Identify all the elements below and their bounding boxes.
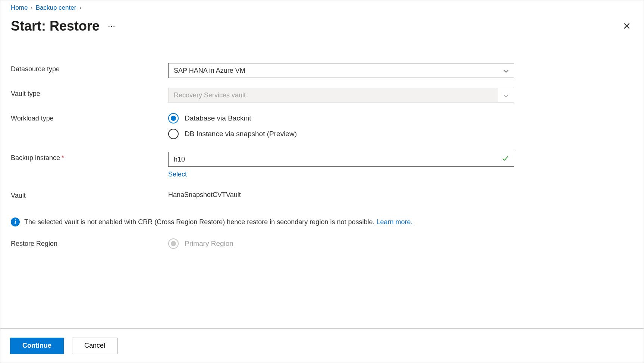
page-title: Start: Restore bbox=[11, 18, 100, 34]
chevron-right-icon: › bbox=[79, 4, 81, 11]
footer: Continue Cancel bbox=[0, 328, 644, 363]
required-asterisk: * bbox=[62, 154, 64, 162]
backup-instance-input[interactable]: h10 bbox=[168, 152, 514, 167]
radio-selected-icon bbox=[168, 238, 179, 249]
close-button[interactable]: ✕ bbox=[620, 20, 634, 32]
radio-selected-icon bbox=[168, 113, 179, 123]
backup-instance-value: h10 bbox=[174, 156, 185, 163]
select-instance-link[interactable]: Select bbox=[168, 170, 187, 178]
datasource-type-select[interactable]: SAP HANA in Azure VM bbox=[168, 63, 514, 78]
chevron-down-icon bbox=[503, 68, 509, 73]
backup-instance-label: Backup instance* bbox=[11, 152, 168, 162]
breadcrumb-backup-center[interactable]: Backup center bbox=[36, 4, 76, 12]
continue-button[interactable]: Continue bbox=[10, 338, 64, 354]
vault-label: Vault bbox=[11, 190, 168, 200]
vault-value: HanaSnapshotCVTVault bbox=[168, 190, 514, 199]
workload-type-radio-group: Database via Backint DB Instance via sna… bbox=[168, 112, 514, 139]
datasource-type-value: SAP HANA in Azure VM bbox=[174, 67, 245, 75]
restore-region-radio-group: Primary Region bbox=[168, 238, 514, 249]
vault-type-value: Recovery Services vault bbox=[174, 91, 246, 99]
chevron-right-icon: › bbox=[31, 4, 32, 11]
workload-radio-snapshot[interactable]: DB Instance via snapshot (Preview) bbox=[168, 129, 514, 139]
restore-region-primary-label: Primary Region bbox=[185, 240, 233, 248]
restore-region-primary: Primary Region bbox=[168, 238, 514, 249]
check-icon bbox=[502, 155, 509, 164]
info-text: The selected vault is not enabled with C… bbox=[24, 218, 376, 226]
vault-type-label: Vault type bbox=[11, 88, 168, 98]
breadcrumb: Home › Backup center › bbox=[11, 4, 634, 12]
restore-region-label: Restore Region bbox=[11, 238, 168, 248]
more-actions-button[interactable]: ⋯ bbox=[108, 22, 116, 31]
breadcrumb-home[interactable]: Home bbox=[11, 4, 28, 12]
workload-radio-backint[interactable]: Database via Backint bbox=[168, 113, 514, 123]
info-icon: i bbox=[11, 218, 20, 226]
learn-more-link[interactable]: Learn more. bbox=[376, 218, 412, 226]
info-banner: i The selected vault is not enabled with… bbox=[11, 218, 634, 226]
chevron-down-icon bbox=[503, 93, 509, 98]
workload-radio-backint-label: Database via Backint bbox=[185, 114, 251, 122]
datasource-type-label: Datasource type bbox=[11, 63, 168, 73]
workload-radio-snapshot-label: DB Instance via snapshot (Preview) bbox=[185, 130, 297, 138]
workload-type-label: Workload type bbox=[11, 112, 168, 122]
vault-type-select: Recovery Services vault bbox=[168, 88, 514, 103]
radio-unselected-icon bbox=[168, 129, 179, 139]
cancel-button[interactable]: Cancel bbox=[72, 338, 117, 354]
